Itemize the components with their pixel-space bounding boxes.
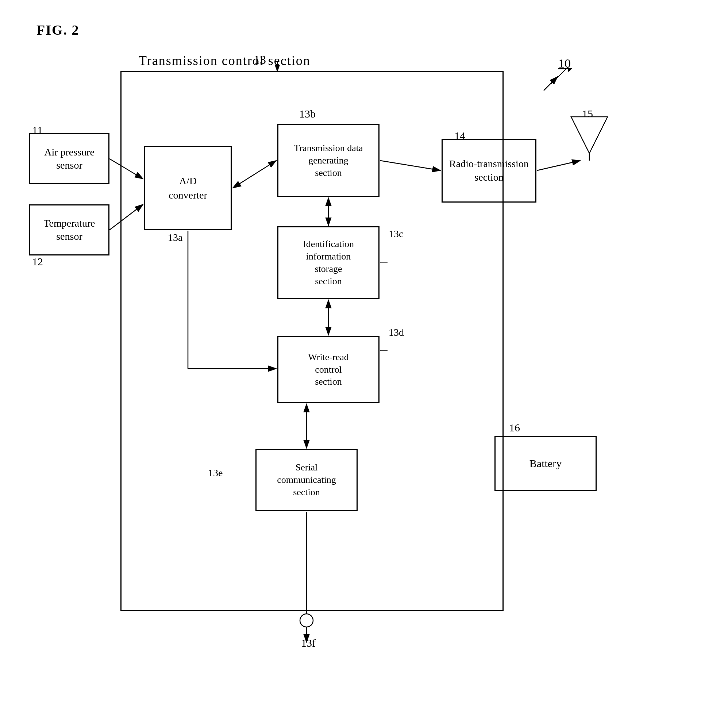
- label-13d: 13d: [388, 327, 404, 339]
- serial-comm-box: Serialcommunicatingsection: [255, 449, 358, 511]
- serial-comm-label: Serialcommunicatingsection: [277, 461, 336, 498]
- svg-line-19: [537, 161, 580, 170]
- air-pressure-label: Air pressuresensor: [44, 146, 95, 172]
- svg-marker-20: [571, 117, 607, 153]
- id-info-label: Identificationinformationstoragesection: [303, 238, 354, 287]
- ad-converter-box: A/Dconverter: [144, 146, 232, 230]
- label-10: 10: [558, 57, 571, 70]
- svg-point-17: [300, 614, 313, 627]
- battery-box: Battery: [494, 436, 596, 491]
- trans-data-box: Transmission datageneratingsection: [277, 124, 379, 197]
- label-12: 12: [32, 256, 43, 268]
- temperature-sensor-box: Temperaturesensor: [29, 204, 110, 256]
- label-15: 15: [582, 108, 593, 120]
- label-16: 16: [509, 421, 520, 434]
- air-pressure-sensor-box: Air pressuresensor: [29, 133, 110, 184]
- label-13a: 13a: [168, 232, 182, 244]
- id-info-box: Identificationinformationstoragesection: [277, 226, 379, 299]
- radio-trans-box: Radio-transmissionsection: [442, 139, 537, 202]
- temperature-label: Temperaturesensor: [43, 217, 95, 244]
- label-13e: 13e: [208, 467, 223, 479]
- label-13: 13: [254, 53, 266, 67]
- label-13b: 13b: [299, 108, 316, 120]
- transmission-control-label: Transmission control section: [139, 53, 310, 68]
- ad-converter-label: A/Dconverter: [168, 174, 207, 202]
- label-14: 14: [454, 130, 465, 142]
- trans-data-label: Transmission datageneratingsection: [294, 142, 363, 179]
- label-13c: 13c: [388, 228, 403, 240]
- write-read-box: Write-readcontrolsection: [277, 336, 379, 403]
- write-read-label: Write-readcontrolsection: [308, 351, 349, 388]
- radio-trans-label: Radio-transmissionsection: [449, 157, 529, 184]
- label-13f: 13f: [301, 637, 316, 649]
- svg-line-6: [544, 77, 558, 90]
- diagram-container: FIG. 2 Transmission control section 13 1…: [0, 0, 728, 723]
- battery-label: Battery: [529, 457, 561, 470]
- figure-label: FIG. 2: [37, 22, 80, 38]
